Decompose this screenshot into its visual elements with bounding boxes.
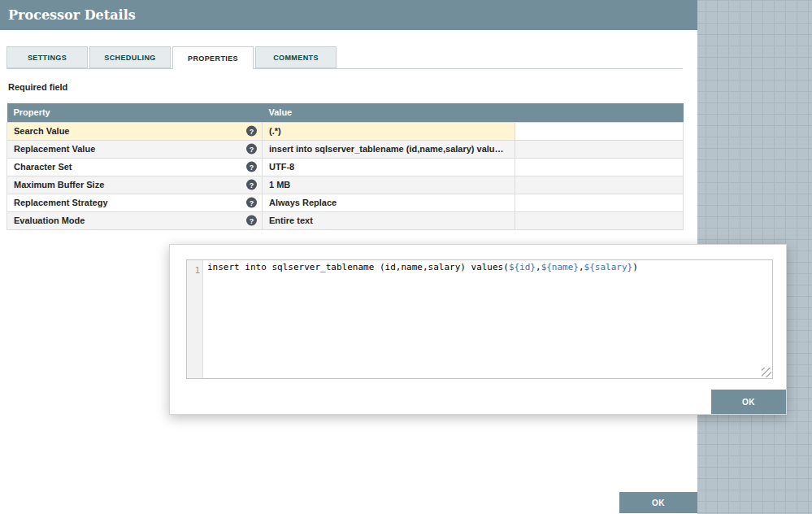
properties-table: Property Value Search Value ? (.*) Repla… [7, 103, 684, 230]
column-header-extra [515, 103, 684, 122]
expression-token: ${name} [541, 262, 579, 272]
required-field-label: Required field [8, 82, 67, 92]
expression-token: ${id} [509, 262, 536, 272]
help-icon[interactable]: ? [246, 216, 257, 226]
editor-gutter: 1 [187, 260, 203, 378]
code-line[interactable]: insert into sqlserver_tablename (id,name… [203, 260, 772, 378]
tab-bar: SETTINGS SCHEDULING PROPERTIES COMMENTS [7, 46, 683, 69]
code-text: , [536, 262, 541, 272]
property-value: insert into sqlserver_tablename (id,name… [269, 144, 515, 154]
tab-label: COMMENTS [273, 54, 319, 62]
help-icon[interactable]: ? [246, 144, 257, 155]
property-name: Search Value [14, 126, 70, 136]
property-name: Replacement Strategy [14, 198, 108, 207]
tab-label: SETTINGS [28, 54, 67, 62]
empty-cell [515, 211, 684, 229]
tab-properties[interactable]: PROPERTIES [172, 46, 254, 69]
property-name: Maximum Buffer Size [14, 180, 104, 189]
property-value: Always Replace [269, 198, 337, 207]
dialog-header: Processor Details [0, 0, 697, 30]
popup-ok-button[interactable]: OK [711, 390, 786, 414]
property-value: UTF-8 [269, 162, 294, 172]
property-value: Entire text [269, 216, 313, 225]
help-icon[interactable]: ? [246, 198, 257, 208]
empty-cell [515, 140, 684, 158]
code-text: insert into sqlserver_tablename (id,name… [207, 262, 509, 272]
code-text: ) [632, 262, 638, 272]
code-text: , [579, 262, 584, 272]
code-editor[interactable]: 1 insert into sqlserver_tablename (id,na… [186, 259, 773, 379]
empty-cell [515, 194, 684, 211]
table-row[interactable]: Character Set ? UTF-8 [7, 158, 684, 176]
empty-cell [515, 158, 684, 176]
tab-comments[interactable]: COMMENTS [255, 46, 337, 68]
table-row[interactable]: Replacement Strategy ? Always Replace [7, 194, 684, 211]
table-row[interactable]: Search Value ? (.*) [7, 122, 684, 140]
help-icon[interactable]: ? [246, 126, 257, 137]
resize-handle-icon[interactable] [762, 368, 771, 377]
help-icon[interactable]: ? [246, 180, 257, 190]
help-icon[interactable]: ? [246, 162, 257, 172]
tab-label: PROPERTIES [188, 54, 238, 63]
table-row[interactable]: Evaluation Mode ? Entire text [7, 211, 684, 229]
column-header-value: Value [263, 103, 515, 122]
table-row[interactable]: Maximum Buffer Size ? 1 MB [7, 176, 684, 194]
property-name: Character Set [14, 162, 72, 172]
tab-scheduling[interactable]: SCHEDULING [89, 46, 171, 68]
table-row[interactable]: Replacement Value ? insert into sqlserve… [7, 140, 684, 158]
table-header-row: Property Value [7, 103, 684, 122]
empty-cell [515, 176, 684, 194]
empty-cell [515, 122, 684, 140]
line-number: 1 [194, 265, 200, 276]
property-name: Evaluation Mode [14, 216, 85, 225]
tab-label: SCHEDULING [104, 54, 156, 62]
property-value: 1 MB [269, 180, 290, 189]
property-name: Replacement Value [14, 144, 95, 154]
value-editor-popup: 1 insert into sqlserver_tablename (id,na… [169, 244, 787, 415]
column-header-property: Property [7, 103, 263, 122]
dialog-ok-button[interactable]: OK [619, 492, 697, 513]
dialog-title: Processor Details [8, 7, 136, 23]
expression-token: ${salary} [584, 262, 633, 272]
property-value: (.*) [269, 126, 281, 136]
tab-settings[interactable]: SETTINGS [7, 46, 88, 68]
